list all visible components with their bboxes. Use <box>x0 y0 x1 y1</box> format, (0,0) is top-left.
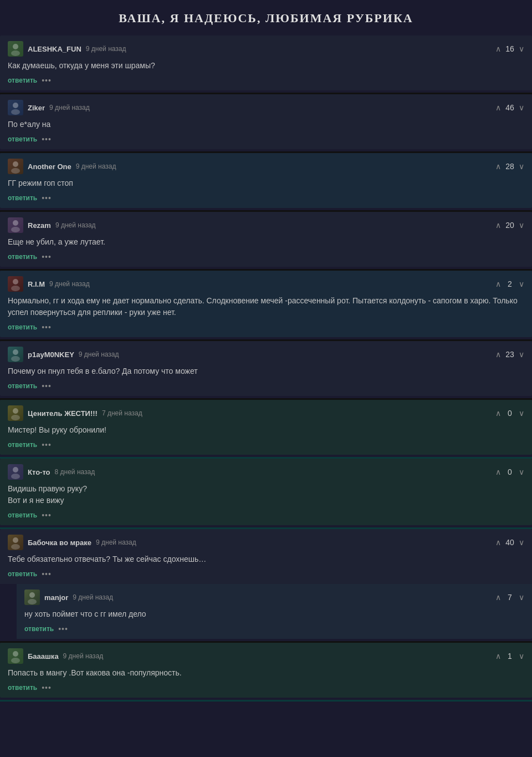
upvote-button[interactable]: ∧ <box>495 280 501 288</box>
comment-card: Rezam9 дней назад∧20∨Еще не убил, а уже … <box>0 212 532 267</box>
comment-user-info: Rezam9 дней назад <box>8 217 96 233</box>
timestamp: 9 дней назад <box>49 280 90 288</box>
upvote-button[interactable]: ∧ <box>495 468 501 476</box>
comment-text: Попасть в мангу .Вот какова она -популяр… <box>8 667 524 679</box>
downvote-button[interactable]: ∨ <box>519 652 524 661</box>
more-options-button[interactable]: ••• <box>42 440 52 449</box>
upvote-button[interactable]: ∧ <box>495 103 501 112</box>
comment-block: Кто-то8 дней назад∧0∨Видишь правую руку?… <box>0 459 532 525</box>
avatar <box>8 217 23 233</box>
comment-actions: ответить••• <box>8 570 524 578</box>
comment-actions: ответить••• <box>8 252 524 261</box>
svg-point-2 <box>13 103 18 108</box>
reply-button[interactable]: ответить <box>8 511 37 519</box>
svg-point-21 <box>11 658 20 663</box>
downvote-button[interactable]: ∨ <box>519 350 524 359</box>
downvote-button[interactable]: ∨ <box>519 593 524 602</box>
page-title: Ваша, я надеюсь, любимая рубрика <box>0 0 532 35</box>
username: Бабочка во мраке <box>28 538 91 547</box>
username: Ziker <box>28 104 45 112</box>
more-options-button[interactable]: ••• <box>58 624 68 633</box>
downvote-button[interactable]: ∨ <box>519 44 524 53</box>
upvote-button[interactable]: ∧ <box>495 350 501 359</box>
comment-user-info: p1ayM0NKEY9 дней назад <box>8 347 119 362</box>
more-options-button[interactable]: ••• <box>42 135 52 144</box>
timestamp: 9 дней назад <box>86 45 126 53</box>
comments-list: ALESHKA_FUN9 дней назад∧16∨Как думаешь, … <box>0 35 532 702</box>
vote-count: 40 <box>504 538 515 547</box>
comment-block: Ziker9 дней назад∧46∨По е*алу наответить… <box>0 94 532 149</box>
separator <box>0 700 532 702</box>
downvote-button[interactable]: ∨ <box>519 162 524 171</box>
more-options-button[interactable]: ••• <box>42 511 52 520</box>
comment-header: Rezam9 дней назад∧20∨ <box>8 217 524 233</box>
upvote-button[interactable]: ∧ <box>495 162 501 171</box>
reply-button[interactable]: ответить <box>8 253 37 261</box>
username: manjor <box>44 593 68 602</box>
more-options-button[interactable]: ••• <box>42 194 52 202</box>
more-options-button[interactable]: ••• <box>42 683 52 692</box>
downvote-button[interactable]: ∨ <box>519 280 524 288</box>
vote-section: ∧7∨ <box>495 593 524 602</box>
comment-block: p1ayM0NKEY9 дней назад∧23∨Почему он пнул… <box>0 341 532 396</box>
comment-card: Бааашка9 дней назад∧1∨Попасть в мангу .В… <box>0 643 532 698</box>
avatar <box>8 159 23 174</box>
downvote-button[interactable]: ∨ <box>519 468 524 476</box>
svg-point-17 <box>11 544 20 550</box>
username: Бааашка <box>28 652 59 661</box>
vote-section: ∧20∨ <box>495 221 524 230</box>
timestamp: 9 дней назад <box>63 652 104 660</box>
svg-point-9 <box>11 286 20 291</box>
comment-user-info: R.I.M9 дней назад <box>8 276 90 292</box>
username: Another One <box>28 162 71 171</box>
reply-button[interactable]: ответить <box>8 570 37 578</box>
svg-point-10 <box>13 349 18 355</box>
vote-section: ∧2∨ <box>495 280 524 288</box>
comment-header: ALESHKA_FUN9 дней назад∧16∨ <box>8 41 524 57</box>
avatar <box>8 276 23 292</box>
upvote-button[interactable]: ∧ <box>495 44 501 53</box>
comment-card: manjor9 дней назад∧7∨ну хоть поймет что … <box>17 584 532 639</box>
more-options-button[interactable]: ••• <box>42 570 52 578</box>
more-options-button[interactable]: ••• <box>42 252 52 261</box>
vote-count: 2 <box>504 280 515 288</box>
reply-button[interactable]: ответить <box>8 194 37 202</box>
timestamp: 7 дней назад <box>102 409 142 417</box>
svg-point-3 <box>11 109 20 115</box>
downvote-button[interactable]: ∨ <box>519 538 524 547</box>
upvote-button[interactable]: ∧ <box>495 652 501 661</box>
reply-button[interactable]: ответить <box>8 77 37 84</box>
avatar <box>8 464 23 480</box>
upvote-button[interactable]: ∧ <box>495 221 501 230</box>
avatar <box>8 405 23 421</box>
upvote-button[interactable]: ∧ <box>495 409 501 418</box>
downvote-button[interactable]: ∨ <box>519 103 524 112</box>
vote-section: ∧40∨ <box>495 538 524 547</box>
reply-button[interactable]: ответить <box>8 135 37 143</box>
upvote-button[interactable]: ∧ <box>495 538 501 547</box>
comment-actions: ответить••• <box>8 440 524 449</box>
comment-header: R.I.M9 дней назад∧2∨ <box>8 276 524 292</box>
svg-point-13 <box>11 415 20 420</box>
reply-button[interactable]: ответить <box>8 441 37 449</box>
comment-actions: ответить••• <box>8 76 524 85</box>
svg-point-14 <box>13 467 18 473</box>
downvote-button[interactable]: ∨ <box>519 409 524 418</box>
comment-user-info: Кто-то8 дней назад <box>8 464 95 480</box>
reply-button[interactable]: ответить <box>8 323 37 331</box>
reply-button[interactable]: ответить <box>8 382 37 390</box>
more-options-button[interactable]: ••• <box>42 76 52 85</box>
comment-actions: ответить••• <box>8 323 524 332</box>
vote-section: ∧16∨ <box>495 44 524 53</box>
downvote-button[interactable]: ∨ <box>519 221 524 230</box>
comment-actions: ответить••• <box>8 382 524 390</box>
comment-header: p1ayM0NKEY9 дней назад∧23∨ <box>8 347 524 362</box>
upvote-button[interactable]: ∧ <box>495 593 501 602</box>
svg-point-11 <box>11 356 20 362</box>
more-options-button[interactable]: ••• <box>42 323 52 332</box>
comment-actions: ответить••• <box>24 624 524 633</box>
reply-button[interactable]: ответить <box>8 684 37 692</box>
reply-button[interactable]: ответить <box>24 625 54 633</box>
comment-card: Ценитель ЖЕСТИ!!!7 дней назад∧0∨Мистер! … <box>0 400 532 455</box>
more-options-button[interactable]: ••• <box>42 382 52 390</box>
